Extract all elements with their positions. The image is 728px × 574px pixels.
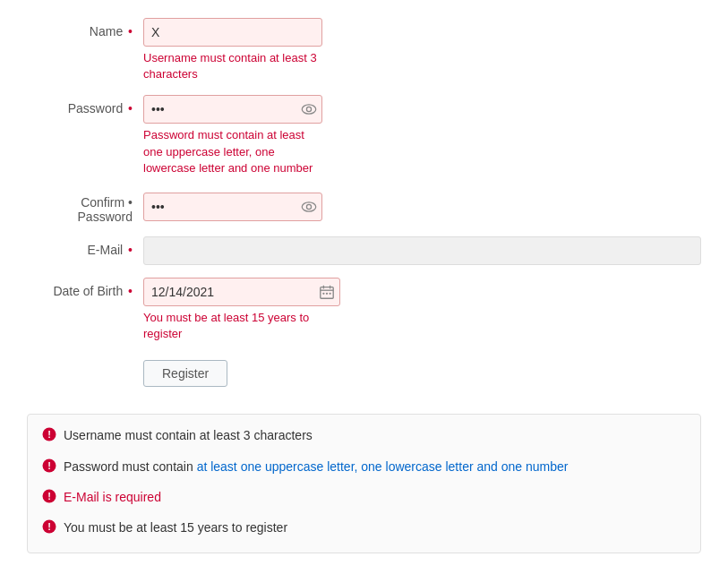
svg-point-2	[302, 202, 315, 211]
confirm-password-input[interactable]	[143, 193, 322, 221]
error-icon-1: !	[42, 427, 56, 447]
error-text-2-highlight1: at least one uppercase letter, one lower…	[197, 459, 569, 474]
password-row: Password • Password must contain at leas…	[27, 95, 701, 176]
svg-text:!: !	[47, 460, 51, 471]
error-icon-3: !	[42, 489, 56, 509]
confirm-password-row: Confirm •Password	[27, 189, 701, 224]
dob-input[interactable]	[143, 278, 340, 306]
email-input-container	[143, 236, 701, 265]
name-field-wrap: Username must contain at least 3 charact…	[143, 18, 701, 82]
email-label: E-Mail •	[27, 236, 143, 257]
name-row: Name • Username must contain at least 3 …	[27, 18, 701, 82]
dob-input-container	[143, 278, 340, 306]
dob-field-wrap: You must be at least 15 years to registe…	[143, 278, 701, 342]
email-input[interactable]	[143, 236, 701, 265]
name-input[interactable]	[143, 18, 322, 47]
confirm-password-label: Confirm •Password	[27, 189, 143, 224]
svg-text:!: !	[47, 491, 51, 501]
error-text-3: E-Mail is required	[64, 489, 161, 507]
error-summary-item-3: ! E-Mail is required	[42, 489, 686, 509]
svg-text:!: !	[47, 429, 51, 440]
password-eye-icon[interactable]	[301, 104, 317, 115]
name-required: •	[124, 24, 133, 39]
name-input-container	[143, 18, 322, 47]
name-error: Username must contain at least 3 charact…	[143, 50, 322, 82]
error-summary: ! Username must contain at least 3 chara…	[27, 414, 701, 553]
error-text-4: You must be at least 15 years to registe…	[64, 519, 287, 537]
password-error: Password must contain at least one upper…	[143, 127, 322, 176]
email-required: •	[124, 243, 133, 257]
error-text-1: Username must contain at least 3 charact…	[64, 427, 313, 445]
dob-error: You must be at least 15 years to registe…	[143, 310, 322, 342]
register-button[interactable]: Register	[143, 360, 227, 387]
register-button-row: Register	[27, 355, 701, 387]
svg-point-1	[306, 107, 311, 112]
dob-label: Date of Birth •	[27, 278, 143, 298]
confirm-password-field-wrap	[143, 189, 701, 221]
email-row: E-Mail •	[27, 236, 701, 265]
error-text-3-red: E-Mail is required	[64, 490, 161, 504]
error-summary-item-2: ! Password must contain at least one upp…	[42, 458, 686, 478]
error-summary-item-4: ! You must be at least 15 years to regis…	[42, 519, 686, 539]
error-text-2: Password must contain at least one upper…	[64, 458, 568, 476]
password-field-wrap: Password must contain at least one upper…	[143, 95, 701, 176]
confirm-password-input-container	[143, 193, 322, 221]
name-label: Name •	[27, 18, 143, 39]
error-icon-2: !	[42, 458, 56, 478]
svg-text:!: !	[47, 521, 51, 532]
calendar-icon[interactable]	[319, 284, 335, 300]
dob-row: Date of Birth • You must be at	[27, 278, 701, 342]
password-input-container	[143, 95, 322, 124]
error-icon-4: !	[42, 519, 56, 539]
registration-form: Name • Username must contain at least 3 …	[27, 18, 701, 387]
svg-point-3	[306, 204, 311, 209]
password-input[interactable]	[143, 95, 322, 124]
svg-point-0	[302, 105, 315, 114]
email-field-wrap	[143, 236, 701, 265]
error-summary-item-1: ! Username must contain at least 3 chara…	[42, 427, 686, 447]
dob-required: •	[124, 284, 133, 298]
password-label: Password •	[27, 95, 143, 116]
confirm-password-eye-icon[interactable]	[301, 201, 317, 212]
password-required: •	[124, 101, 133, 116]
